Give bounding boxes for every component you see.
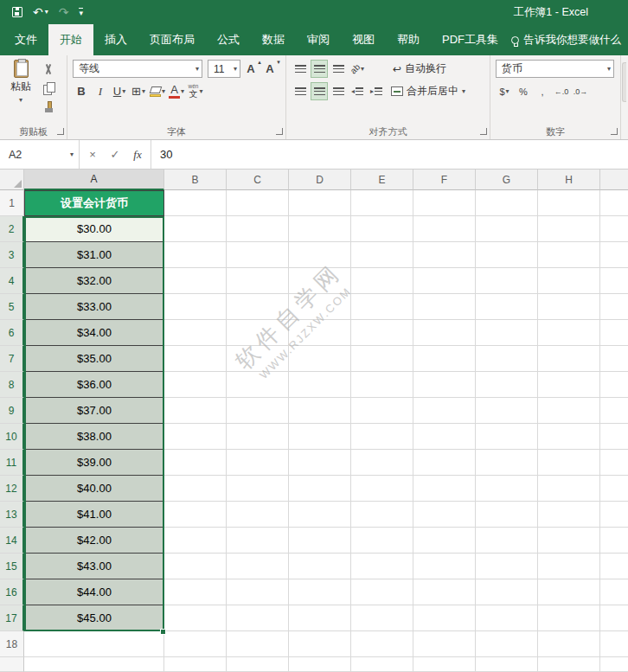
paste-button[interactable]: 粘贴 ▾ [5,60,36,115]
insert-function-button[interactable]: fx [126,148,149,162]
row-header-partial[interactable] [0,657,24,672]
empty-cells[interactable] [164,424,628,450]
tab-view[interactable]: 视图 [341,24,386,55]
cell-A16[interactable]: $44.00 [24,579,164,605]
redo-button[interactable]: ↷ [59,6,69,18]
row-header-17[interactable]: 17 [0,605,24,631]
tab-file[interactable]: 文件 [3,24,48,55]
accounting-format-button[interactable]: $▾ [496,82,513,100]
cell-A1[interactable]: 设置会计货币 [24,190,164,216]
align-center-button[interactable] [311,82,328,100]
row-header-12[interactable]: 12 [0,476,24,502]
empty-cells[interactable] [164,346,628,372]
align-top-button[interactable] [292,60,309,78]
format-painter-button[interactable] [40,99,57,115]
col-header-A[interactable]: A [24,170,164,190]
cut-button[interactable] [40,61,57,77]
number-format-combo[interactable]: 货币 ▾ [496,60,614,78]
save-button[interactable] [12,7,22,17]
comma-style-button[interactable]: , [534,82,551,100]
cell-partial[interactable] [24,657,164,672]
row-header-3[interactable]: 3 [0,242,24,268]
decrease-font-size-button[interactable]: A▾ [261,60,279,78]
empty-cells[interactable] [164,190,628,216]
cell-A18[interactable] [24,631,164,657]
row-header-10[interactable]: 10 [0,424,24,450]
tab-home[interactable]: 开始 [48,24,93,55]
cell-A2[interactable]: $30.00 [24,216,164,242]
row-header-6[interactable]: 6 [0,320,24,346]
cell-A6[interactable]: $34.00 [24,320,164,346]
font-name-combo[interactable]: 等线 ▾ [73,60,202,78]
row-header-1[interactable]: 1 [0,190,24,216]
empty-cells[interactable] [164,242,628,268]
col-header-G[interactable]: G [476,170,538,190]
customize-qat-button[interactable]: ▾ [79,8,83,17]
name-box[interactable]: A2 ▾ [0,140,80,169]
align-bottom-button[interactable] [330,60,347,78]
increase-decimal-button[interactable]: ←.0 [553,82,570,100]
align-middle-button[interactable] [311,60,328,78]
tab-page-layout[interactable]: 页面布局 [138,24,206,55]
decrease-decimal-button[interactable]: .0→ [572,82,589,100]
col-header-H[interactable]: H [538,170,600,190]
italic-button[interactable]: I [92,82,109,100]
enter-button[interactable]: ✓ [104,148,126,161]
cell-A9[interactable]: $37.00 [24,398,164,424]
copy-button[interactable] [40,80,57,96]
empty-cells[interactable] [164,631,628,657]
empty-cells[interactable] [164,372,628,398]
row-header-14[interactable]: 14 [0,528,24,554]
align-left-button[interactable] [292,82,309,100]
borders-button[interactable]: ⊞▾ [130,82,147,100]
empty-cells[interactable] [164,268,628,294]
row-header-5[interactable]: 5 [0,294,24,320]
select-all-button[interactable] [0,170,24,190]
fill-handle[interactable] [160,629,166,635]
empty-cells[interactable] [164,579,628,605]
orientation-button[interactable]: ab▾ [349,60,366,78]
empty-cells[interactable] [164,320,628,346]
tell-me-box[interactable]: 告诉我你想要做什么 [511,24,628,55]
decrease-indent-button[interactable]: ◂ [349,82,366,100]
undo-button[interactable]: ↶▾ [33,6,48,18]
row-header-11[interactable]: 11 [0,450,24,476]
clipboard-dialog-launcher[interactable] [57,128,64,135]
align-right-button[interactable] [330,82,347,100]
tab-review[interactable]: 审阅 [296,24,341,55]
percent-style-button[interactable]: % [515,82,532,100]
cell-A8[interactable]: $36.00 [24,372,164,398]
cell-A13[interactable]: $41.00 [24,502,164,528]
empty-cells[interactable] [164,294,628,320]
underline-button[interactable]: U▾ [111,82,128,100]
row-header-16[interactable]: 16 [0,579,24,605]
alignment-dialog-launcher[interactable] [480,128,487,135]
font-size-combo[interactable]: 11 ▾ [208,60,240,78]
tab-pdf-tools[interactable]: PDF工具集 [431,24,509,55]
font-dialog-launcher[interactable] [276,128,283,135]
empty-cells[interactable] [164,657,628,672]
empty-cells[interactable] [164,216,628,242]
empty-cells[interactable] [164,605,628,631]
empty-cells[interactable] [164,398,628,424]
row-header-4[interactable]: 4 [0,268,24,294]
col-header-B[interactable]: B [164,170,227,190]
empty-cells[interactable] [164,476,628,502]
increase-indent-button[interactable]: ▸ [368,82,385,100]
cell-A3[interactable]: $31.00 [24,242,164,268]
row-header-13[interactable]: 13 [0,502,24,528]
col-header-F[interactable]: F [413,170,476,190]
cell-A17[interactable]: $45.00 [24,605,164,631]
row-header-7[interactable]: 7 [0,346,24,372]
bold-button[interactable]: B [73,82,90,100]
cell-A14[interactable]: $42.00 [24,528,164,554]
row-header-9[interactable]: 9 [0,398,24,424]
col-header-C[interactable]: C [227,170,289,190]
col-header-E[interactable]: E [351,170,413,190]
tab-insert[interactable]: 插入 [93,24,138,55]
cell-A5[interactable]: $33.00 [24,294,164,320]
row-header-15[interactable]: 15 [0,554,24,579]
empty-cells[interactable] [164,502,628,528]
col-header-D[interactable]: D [289,170,351,190]
cell-A10[interactable]: $38.00 [24,424,164,450]
